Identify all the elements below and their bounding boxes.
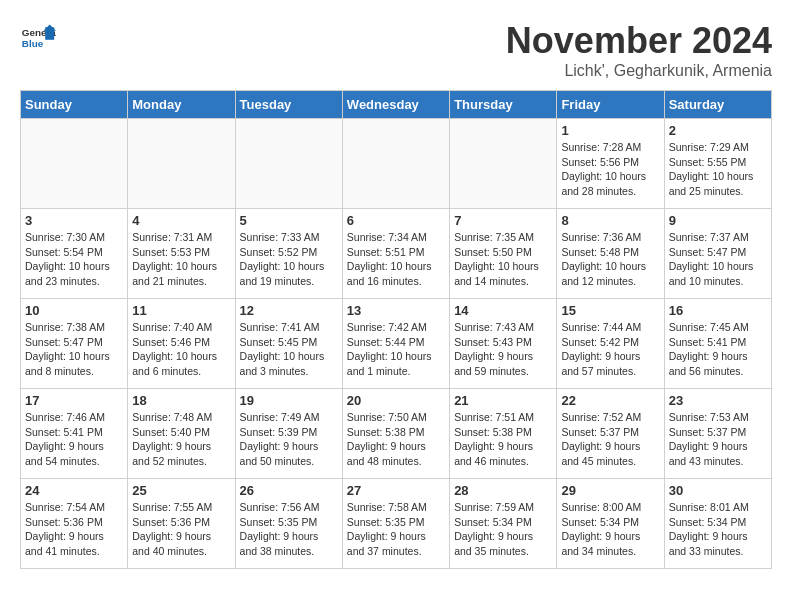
day-cell: 28Sunrise: 7:59 AM Sunset: 5:34 PM Dayli…	[450, 479, 557, 569]
day-cell: 27Sunrise: 7:58 AM Sunset: 5:35 PM Dayli…	[342, 479, 449, 569]
week-row-2: 10Sunrise: 7:38 AM Sunset: 5:47 PM Dayli…	[21, 299, 772, 389]
day-number: 14	[454, 303, 552, 318]
day-number: 19	[240, 393, 338, 408]
header-saturday: Saturday	[664, 91, 771, 119]
day-detail: Sunrise: 7:46 AM Sunset: 5:41 PM Dayligh…	[25, 410, 123, 469]
day-cell: 24Sunrise: 7:54 AM Sunset: 5:36 PM Dayli…	[21, 479, 128, 569]
week-row-4: 24Sunrise: 7:54 AM Sunset: 5:36 PM Dayli…	[21, 479, 772, 569]
day-number: 21	[454, 393, 552, 408]
day-cell: 18Sunrise: 7:48 AM Sunset: 5:40 PM Dayli…	[128, 389, 235, 479]
week-row-1: 3Sunrise: 7:30 AM Sunset: 5:54 PM Daylig…	[21, 209, 772, 299]
day-number: 10	[25, 303, 123, 318]
day-number: 26	[240, 483, 338, 498]
day-detail: Sunrise: 7:33 AM Sunset: 5:52 PM Dayligh…	[240, 230, 338, 289]
week-row-0: 1Sunrise: 7:28 AM Sunset: 5:56 PM Daylig…	[21, 119, 772, 209]
day-detail: Sunrise: 7:44 AM Sunset: 5:42 PM Dayligh…	[561, 320, 659, 379]
day-cell: 2Sunrise: 7:29 AM Sunset: 5:55 PM Daylig…	[664, 119, 771, 209]
day-number: 29	[561, 483, 659, 498]
day-number: 11	[132, 303, 230, 318]
day-number: 23	[669, 393, 767, 408]
day-cell: 7Sunrise: 7:35 AM Sunset: 5:50 PM Daylig…	[450, 209, 557, 299]
day-number: 4	[132, 213, 230, 228]
header-tuesday: Tuesday	[235, 91, 342, 119]
day-detail: Sunrise: 7:48 AM Sunset: 5:40 PM Dayligh…	[132, 410, 230, 469]
calendar-subtitle: Lichk', Gegharkunik, Armenia	[506, 62, 772, 80]
day-number: 17	[25, 393, 123, 408]
day-detail: Sunrise: 7:59 AM Sunset: 5:34 PM Dayligh…	[454, 500, 552, 559]
day-number: 27	[347, 483, 445, 498]
day-number: 9	[669, 213, 767, 228]
day-cell: 11Sunrise: 7:40 AM Sunset: 5:46 PM Dayli…	[128, 299, 235, 389]
day-cell: 29Sunrise: 8:00 AM Sunset: 5:34 PM Dayli…	[557, 479, 664, 569]
day-cell: 3Sunrise: 7:30 AM Sunset: 5:54 PM Daylig…	[21, 209, 128, 299]
day-detail: Sunrise: 7:54 AM Sunset: 5:36 PM Dayligh…	[25, 500, 123, 559]
day-detail: Sunrise: 7:38 AM Sunset: 5:47 PM Dayligh…	[25, 320, 123, 379]
day-cell: 21Sunrise: 7:51 AM Sunset: 5:38 PM Dayli…	[450, 389, 557, 479]
day-detail: Sunrise: 7:43 AM Sunset: 5:43 PM Dayligh…	[454, 320, 552, 379]
day-number: 16	[669, 303, 767, 318]
day-number: 20	[347, 393, 445, 408]
day-number: 30	[669, 483, 767, 498]
header-friday: Friday	[557, 91, 664, 119]
day-detail: Sunrise: 7:34 AM Sunset: 5:51 PM Dayligh…	[347, 230, 445, 289]
week-row-3: 17Sunrise: 7:46 AM Sunset: 5:41 PM Dayli…	[21, 389, 772, 479]
calendar-title: November 2024	[506, 20, 772, 62]
day-detail: Sunrise: 7:50 AM Sunset: 5:38 PM Dayligh…	[347, 410, 445, 469]
day-number: 2	[669, 123, 767, 138]
day-detail: Sunrise: 7:56 AM Sunset: 5:35 PM Dayligh…	[240, 500, 338, 559]
day-detail: Sunrise: 7:49 AM Sunset: 5:39 PM Dayligh…	[240, 410, 338, 469]
svg-text:Blue: Blue	[22, 38, 44, 49]
day-number: 13	[347, 303, 445, 318]
day-cell: 23Sunrise: 7:53 AM Sunset: 5:37 PM Dayli…	[664, 389, 771, 479]
day-number: 6	[347, 213, 445, 228]
day-detail: Sunrise: 7:31 AM Sunset: 5:53 PM Dayligh…	[132, 230, 230, 289]
day-detail: Sunrise: 7:42 AM Sunset: 5:44 PM Dayligh…	[347, 320, 445, 379]
day-cell	[21, 119, 128, 209]
day-detail: Sunrise: 7:40 AM Sunset: 5:46 PM Dayligh…	[132, 320, 230, 379]
day-cell: 4Sunrise: 7:31 AM Sunset: 5:53 PM Daylig…	[128, 209, 235, 299]
day-detail: Sunrise: 8:00 AM Sunset: 5:34 PM Dayligh…	[561, 500, 659, 559]
header-wednesday: Wednesday	[342, 91, 449, 119]
day-detail: Sunrise: 7:36 AM Sunset: 5:48 PM Dayligh…	[561, 230, 659, 289]
day-cell	[128, 119, 235, 209]
day-number: 7	[454, 213, 552, 228]
day-number: 15	[561, 303, 659, 318]
day-detail: Sunrise: 7:28 AM Sunset: 5:56 PM Dayligh…	[561, 140, 659, 199]
day-detail: Sunrise: 7:55 AM Sunset: 5:36 PM Dayligh…	[132, 500, 230, 559]
day-cell: 20Sunrise: 7:50 AM Sunset: 5:38 PM Dayli…	[342, 389, 449, 479]
day-cell: 6Sunrise: 7:34 AM Sunset: 5:51 PM Daylig…	[342, 209, 449, 299]
day-cell: 17Sunrise: 7:46 AM Sunset: 5:41 PM Dayli…	[21, 389, 128, 479]
day-cell: 5Sunrise: 7:33 AM Sunset: 5:52 PM Daylig…	[235, 209, 342, 299]
day-cell: 9Sunrise: 7:37 AM Sunset: 5:47 PM Daylig…	[664, 209, 771, 299]
day-number: 8	[561, 213, 659, 228]
day-number: 3	[25, 213, 123, 228]
day-cell	[235, 119, 342, 209]
day-cell: 15Sunrise: 7:44 AM Sunset: 5:42 PM Dayli…	[557, 299, 664, 389]
day-detail: Sunrise: 8:01 AM Sunset: 5:34 PM Dayligh…	[669, 500, 767, 559]
header-sunday: Sunday	[21, 91, 128, 119]
logo: General Blue	[20, 20, 56, 56]
day-number: 24	[25, 483, 123, 498]
day-cell: 16Sunrise: 7:45 AM Sunset: 5:41 PM Dayli…	[664, 299, 771, 389]
day-detail: Sunrise: 7:41 AM Sunset: 5:45 PM Dayligh…	[240, 320, 338, 379]
day-detail: Sunrise: 7:35 AM Sunset: 5:50 PM Dayligh…	[454, 230, 552, 289]
day-detail: Sunrise: 7:52 AM Sunset: 5:37 PM Dayligh…	[561, 410, 659, 469]
calendar-header-row: Sunday Monday Tuesday Wednesday Thursday…	[21, 91, 772, 119]
day-detail: Sunrise: 7:45 AM Sunset: 5:41 PM Dayligh…	[669, 320, 767, 379]
day-cell: 13Sunrise: 7:42 AM Sunset: 5:44 PM Dayli…	[342, 299, 449, 389]
logo-icon: General Blue	[20, 20, 56, 56]
day-detail: Sunrise: 7:37 AM Sunset: 5:47 PM Dayligh…	[669, 230, 767, 289]
title-section: November 2024 Lichk', Gegharkunik, Armen…	[506, 20, 772, 80]
day-detail: Sunrise: 7:30 AM Sunset: 5:54 PM Dayligh…	[25, 230, 123, 289]
day-number: 5	[240, 213, 338, 228]
day-detail: Sunrise: 7:58 AM Sunset: 5:35 PM Dayligh…	[347, 500, 445, 559]
day-number: 12	[240, 303, 338, 318]
day-cell: 14Sunrise: 7:43 AM Sunset: 5:43 PM Dayli…	[450, 299, 557, 389]
day-cell: 25Sunrise: 7:55 AM Sunset: 5:36 PM Dayli…	[128, 479, 235, 569]
day-detail: Sunrise: 7:51 AM Sunset: 5:38 PM Dayligh…	[454, 410, 552, 469]
day-cell: 26Sunrise: 7:56 AM Sunset: 5:35 PM Dayli…	[235, 479, 342, 569]
header-thursday: Thursday	[450, 91, 557, 119]
day-cell: 8Sunrise: 7:36 AM Sunset: 5:48 PM Daylig…	[557, 209, 664, 299]
day-cell: 30Sunrise: 8:01 AM Sunset: 5:34 PM Dayli…	[664, 479, 771, 569]
header-monday: Monday	[128, 91, 235, 119]
